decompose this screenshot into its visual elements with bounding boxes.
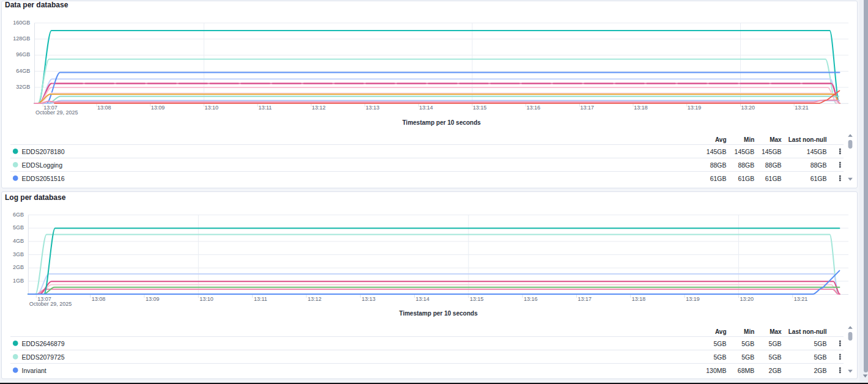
svg-text:13:19: 13:19 <box>688 105 702 111</box>
svg-text:EDDS2051516: EDDS2051516 <box>22 175 65 182</box>
svg-text:Last non-null: Last non-null <box>788 328 827 335</box>
svg-text:13:16: 13:16 <box>527 105 541 111</box>
svg-text:13:08: 13:08 <box>97 105 111 111</box>
svg-text:64GB: 64GB <box>16 68 30 74</box>
svg-text:96GB: 96GB <box>16 51 30 57</box>
svg-text:Timestamp per 10 seconds: Timestamp per 10 seconds <box>399 310 478 317</box>
svg-text:13:08: 13:08 <box>92 296 106 302</box>
svg-text:October 29, 2025: October 29, 2025 <box>29 301 72 307</box>
svg-text:88GB: 88GB <box>811 161 827 169</box>
svg-text:5GB: 5GB <box>769 340 782 347</box>
svg-text:Avg: Avg <box>715 328 727 335</box>
svg-text:128GB: 128GB <box>13 35 30 42</box>
svg-text:EDDS2078180: EDDS2078180 <box>22 148 65 155</box>
svg-text:5GB: 5GB <box>713 353 726 361</box>
svg-text:5GB: 5GB <box>713 340 726 347</box>
svg-text:5GB: 5GB <box>769 353 782 361</box>
svg-text:13:12: 13:12 <box>308 296 322 302</box>
svg-text:13:09: 13:09 <box>146 296 160 302</box>
svg-text:Avg: Avg <box>715 136 727 143</box>
svg-text:Log per database: Log per database <box>5 193 66 202</box>
svg-text:Max: Max <box>770 328 782 335</box>
svg-text:13:20: 13:20 <box>741 105 755 111</box>
svg-text:13:13: 13:13 <box>366 105 380 111</box>
svg-text:October 29, 2025: October 29, 2025 <box>35 109 78 116</box>
svg-text:Timestamp per 10 seconds: Timestamp per 10 seconds <box>402 119 481 126</box>
svg-text:88GB: 88GB <box>710 161 727 169</box>
svg-text:13:17: 13:17 <box>578 296 592 302</box>
svg-text:13:21: 13:21 <box>794 296 808 302</box>
svg-text:1GB: 1GB <box>13 278 24 284</box>
svg-text:13:10: 13:10 <box>199 296 213 302</box>
svg-text:2GB: 2GB <box>13 264 24 270</box>
svg-text:5GB: 5GB <box>814 340 826 347</box>
svg-text:61GB: 61GB <box>738 175 754 182</box>
svg-text:13:09: 13:09 <box>151 105 165 111</box>
svg-text:88GB: 88GB <box>765 161 782 169</box>
svg-text:Last non-null: Last non-null <box>788 136 827 143</box>
svg-text:2GB: 2GB <box>769 367 782 374</box>
svg-text:5GB: 5GB <box>741 340 754 347</box>
svg-text:130MB: 130MB <box>706 367 726 374</box>
svg-text:68MB: 68MB <box>738 367 754 374</box>
svg-text:88GB: 88GB <box>738 161 754 169</box>
svg-text:2GB: 2GB <box>814 367 826 374</box>
svg-text:13:21: 13:21 <box>795 105 809 111</box>
svg-text:13:13: 13:13 <box>362 296 376 302</box>
svg-text:Min: Min <box>744 136 754 143</box>
svg-text:13:12: 13:12 <box>312 105 326 111</box>
svg-text:145GB: 145GB <box>735 148 755 155</box>
svg-text:13:19: 13:19 <box>686 296 700 302</box>
svg-text:13:17: 13:17 <box>580 105 594 111</box>
svg-text:13:14: 13:14 <box>416 296 430 302</box>
svg-text:EDDS2646879: EDDS2646879 <box>22 340 65 347</box>
svg-text:13:10: 13:10 <box>204 105 218 111</box>
svg-text:Invariant: Invariant <box>22 367 46 374</box>
svg-text:13:20: 13:20 <box>740 296 754 302</box>
svg-text:61GB: 61GB <box>765 175 782 182</box>
svg-text:32GB: 32GB <box>16 84 30 90</box>
svg-text:61GB: 61GB <box>811 175 827 182</box>
svg-text:Max: Max <box>770 136 782 143</box>
svg-text:13:11: 13:11 <box>254 296 267 302</box>
svg-text:13:15: 13:15 <box>473 105 487 111</box>
svg-text:Min: Min <box>744 328 754 335</box>
svg-text:Data per database: Data per database <box>5 1 69 9</box>
svg-text:145GB: 145GB <box>807 148 827 155</box>
svg-text:145GB: 145GB <box>762 148 782 155</box>
svg-text:4GB: 4GB <box>13 238 24 244</box>
svg-text:6GB: 6GB <box>13 212 24 218</box>
svg-text:13:11: 13:11 <box>258 105 272 111</box>
svg-text:13:18: 13:18 <box>634 105 648 111</box>
svg-text:3GB: 3GB <box>13 251 24 257</box>
svg-text:13:18: 13:18 <box>632 296 646 302</box>
svg-text:EDDSLogging: EDDSLogging <box>22 161 63 169</box>
svg-text:145GB: 145GB <box>707 148 727 155</box>
svg-text:61GB: 61GB <box>710 175 727 182</box>
svg-text:160GB: 160GB <box>13 20 30 26</box>
svg-text:13:15: 13:15 <box>470 296 484 302</box>
svg-text:5GB: 5GB <box>13 224 24 231</box>
svg-text:13:16: 13:16 <box>524 296 538 302</box>
svg-text:EDDS2079725: EDDS2079725 <box>22 353 65 361</box>
svg-text:5GB: 5GB <box>741 353 754 361</box>
svg-text:5GB: 5GB <box>814 353 826 361</box>
svg-text:13:14: 13:14 <box>419 105 433 111</box>
